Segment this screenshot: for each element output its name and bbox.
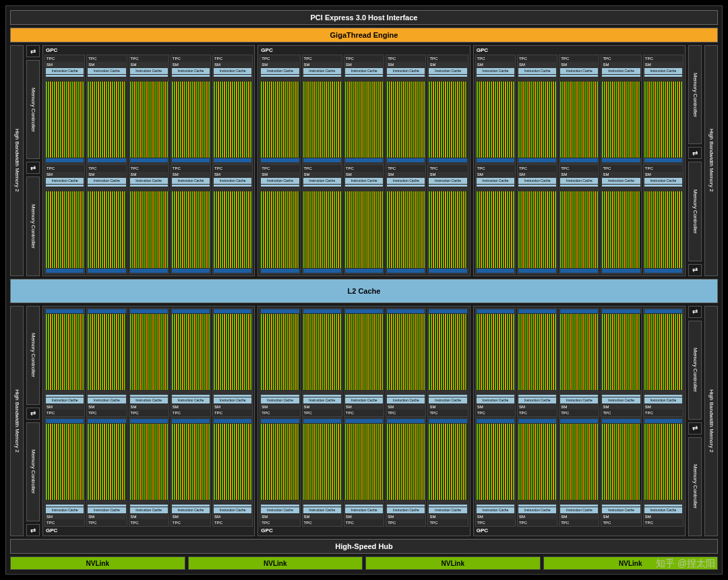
tpc-block: TPCSMInstruction Cache [212,418,253,527]
register-file [644,395,682,397]
bus-arrow-icon: ⇄ [688,147,702,159]
shared-memory-block [429,158,466,162]
sm-label: SM [644,172,682,177]
register-file [387,395,425,397]
instruction-cache-label: Instruction Cache [130,507,168,513]
tpc-label: TPC [560,520,598,525]
register-file [518,395,556,397]
shared-memory-block [477,419,514,423]
instruction-cache-label: Instruction Cache [560,68,598,74]
register-file [214,395,251,397]
shared-memory-block [130,269,168,273]
tpc-label: TPC [518,520,556,525]
register-file [214,505,251,507]
instruction-cache-label: Instruction Cache [429,68,466,74]
hbm-label: High Bandwidth Memory 2 [10,45,24,276]
tpc-label: TPC [46,410,84,416]
scheduler-block [560,187,598,191]
scheduler-block [214,501,251,504]
sm-label: SM [477,404,514,410]
cuda-cores-grid [477,314,514,390]
tpc-block: TPCSMInstruction Cache [302,418,342,527]
cuda-cores-grid [46,191,84,267]
cuda-cores-grid [88,424,125,500]
instruction-cache-label: Instruction Cache [172,68,210,74]
scheduler-block [477,391,514,394]
register-file [130,395,168,397]
tpc-label: TPC [88,166,125,171]
register-file [602,185,640,187]
hbm-label: High Bandwidth Memory 2 [704,306,718,537]
tpc-block: TPCSMInstruction Cache [386,418,426,527]
cuda-cores-grid [518,424,556,500]
scheduler-block [602,501,640,504]
shared-memory-block [602,309,640,313]
shared-memory-block [602,419,640,423]
scheduler-block [88,501,125,504]
instruction-cache-label: Instruction Cache [518,507,556,513]
scheduler-block [644,187,682,191]
tpc-row: TPCSMInstruction CacheTPCSMInstruction C… [260,164,468,273]
instruction-cache-label: Instruction Cache [214,68,251,74]
cuda-cores-grid [261,82,299,158]
instruction-cache-label: Instruction Cache [644,397,682,404]
memory-controller-label: Memory Controller [688,162,702,261]
scheduler-block [429,77,466,81]
tpc-block: TPCSMInstruction Cache [171,418,211,527]
cuda-cores-grid [130,314,168,390]
tpc-label: TPC [214,56,251,61]
scheduler-block [130,187,168,191]
sm-label: SM [387,62,425,67]
scheduler-block [261,501,299,504]
sm-label: SM [88,514,125,519]
gpc-block: GPCTPCSMInstruction CacheTPCSMInstructio… [473,306,686,537]
cuda-cores-grid [303,424,341,500]
scheduler-block [518,391,556,394]
shared-memory-block [345,158,383,162]
shared-memory-block [560,419,598,423]
cuda-cores-grid [602,191,640,267]
scheduler-block [303,501,341,504]
cuda-cores-grid [429,314,466,390]
tpc-block: TPCSMInstruction Cache [386,308,426,417]
shared-memory-block [518,419,556,423]
sm-label: SM [429,62,466,67]
sm-label: SM [88,172,125,177]
sm-label: SM [518,172,556,177]
instruction-cache-label: Instruction Cache [214,507,251,513]
tpc-label: TPC [88,410,125,416]
sm-label: SM [602,514,640,519]
tpc-label: TPC [644,410,682,416]
register-file [46,75,84,77]
register-file [602,505,640,507]
gpc-block: GPCTPCSMInstruction CacheTPCSMInstructio… [473,45,686,276]
tpc-label: TPC [644,520,682,525]
register-file [429,75,466,77]
shared-memory-block [130,419,168,423]
instruction-cache-label: Instruction Cache [387,68,425,74]
tpc-label: TPC [172,56,210,61]
scheduler-block [477,187,514,191]
register-file [602,75,640,77]
instruction-cache-label: Instruction Cache [644,178,682,184]
instruction-cache-label: Instruction Cache [261,178,299,184]
tpc-block: TPCSMInstruction Cache [517,418,557,527]
shared-memory-block [644,419,682,423]
cuda-cores-grid [560,191,598,267]
instruction-cache-label: Instruction Cache [88,178,125,184]
sm-label: SM [261,404,299,410]
sm-label: SM [518,62,556,67]
tpc-block: TPCSMInstruction Cache [44,418,85,527]
tpc-block: TPCSMInstruction Cache [302,164,342,273]
tpc-label: TPC [560,410,598,416]
tpc-label: TPC [387,410,425,416]
sm-label: SM [88,404,125,410]
sm-label: SM [560,514,598,519]
shared-memory-block [387,269,425,273]
sm-label: SM [261,172,299,177]
tpc-block: TPCSMInstruction Cache [601,308,641,417]
scheduler-block [172,391,210,394]
sm-label: SM [130,62,168,67]
tpc-block: TPCSMInstruction Cache [601,418,641,527]
shared-memory-block [88,419,125,423]
